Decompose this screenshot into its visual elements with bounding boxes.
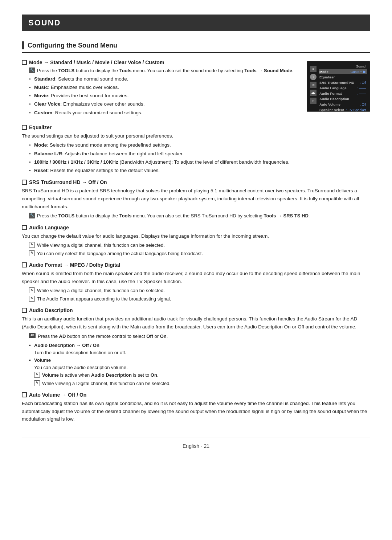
srs-subsection: SRS TruSurround HD → Off / On SRS TruSur… (22, 179, 370, 219)
audio-description-body: This is an auxiliary audio function that… (22, 315, 370, 331)
list-item: Audio Description → Off / On Turn the au… (29, 342, 370, 356)
menu-row-audio-desc: Audio Description (319, 96, 367, 101)
mode-title-text: Mode → Standard / Music / Movie / Clear … (29, 60, 164, 65)
audio-desc-off-on-text: Turn the audio description function on o… (34, 350, 126, 355)
tools-icon-srs: 🔧 (29, 213, 35, 218)
audio-language-subsection: Audio Language You can change the defaul… (22, 225, 370, 257)
menu-row-mode: ModeCustom ▶ (319, 69, 367, 74)
list-item: Standard: Selects the normal sound mode. (29, 75, 298, 83)
audio-description-sub-list: Audio Description → Off / On Turn the au… (22, 342, 370, 387)
menu-row-speaker: Speaker Select: TV Speaker (319, 107, 367, 112)
checkbox-icon-af (22, 262, 27, 267)
audio-description-title-text: Audio Description (29, 307, 73, 313)
audio-language-title: Audio Language (22, 225, 370, 230)
audio-format-note-text-1: While viewing a digital channel, this fu… (37, 287, 165, 294)
srs-body: SRS TruSurround HD is a patented SRS tec… (22, 187, 370, 210)
list-item: Movie: Provides the best sound for movie… (29, 92, 298, 99)
checkbox-icon-ad (22, 308, 27, 313)
auto-volume-subsection: Auto Volume → Off / On Each broadcasting… (22, 392, 370, 423)
audio-language-note-2: ✎ You can only select the language among… (22, 250, 370, 257)
equalizer-title-text: Equalizer (29, 124, 52, 130)
mode-title: Mode → Standard / Music / Movie / Clear … (22, 60, 298, 65)
memo-icon-4: ✎ (29, 296, 35, 302)
audio-description-ad-text: Press the AD button on the remote contro… (38, 333, 168, 340)
menu-icon-4: ◀▶ (310, 90, 317, 96)
memo-icon-5: ✎ (34, 372, 40, 378)
menu-row-audio-lang: Audio Language: —— (319, 85, 367, 90)
list-item: 100Hz / 300Hz / 1KHz / 3KHz / 10KHz (Ban… (29, 159, 370, 166)
audio-description-title: Audio Description (22, 307, 370, 313)
list-item: Clear Voice: Emphasizes voice over other… (29, 101, 298, 108)
memo-icon-3: ✎ (29, 287, 35, 293)
sound-menu-image: ≡ ♪ ⚙ ◀▶ □ Sound ModeCustom ▶ Equalizer … (307, 61, 370, 112)
audio-format-note-1: ✎ While viewing a digital channel, this … (22, 287, 370, 294)
srs-note-text: Press the TOOLS button to display the To… (37, 212, 310, 220)
menu-row-srs: SRS TruSurround HD: Off (319, 80, 367, 85)
checkbox-icon-srs (22, 180, 27, 185)
memo-icon-2: ✎ (29, 250, 35, 256)
section-heading: Configuring the Sound Menu (22, 41, 370, 53)
audio-language-note-1: ✎ While viewing a digital channel, this … (22, 242, 370, 249)
audio-format-title-text: Audio Format → MPEG / Dolby Digital (29, 262, 120, 268)
checkbox-icon-av (22, 392, 27, 397)
checkbox-icon-al (22, 225, 27, 230)
audio-desc-volume-body: You can adjust the audio description vol… (34, 365, 128, 370)
list-item: Volume You can adjust the audio descript… (29, 357, 370, 387)
audio-format-note-text-2: The Audio Format appears according to th… (37, 295, 171, 303)
volume-note-1: ✎ Volume is active when Audio Descriptio… (34, 372, 370, 379)
menu-icon-5: □ (310, 98, 317, 104)
memo-icon-6: ✎ (34, 380, 40, 386)
ad-icon: AD (29, 333, 36, 338)
auto-volume-title-text: Auto Volume → Off / On (29, 392, 86, 398)
equalizer-title: Equalizer (22, 124, 370, 130)
list-item: Mode: Selects the sound mode among the p… (29, 142, 370, 149)
menu-row-audio-format: Audio Format: —— (319, 91, 367, 96)
audio-format-subsection: Audio Format → MPEG / Dolby Digital When… (22, 262, 370, 302)
footer-text: English - 21 (183, 443, 209, 449)
auto-volume-title: Auto Volume → Off / On (22, 392, 370, 398)
memo-icon-1: ✎ (29, 242, 35, 248)
menu-icon-3: ⚙ (310, 82, 317, 88)
mode-section: Mode → Standard / Music / Movie / Clear … (22, 60, 370, 122)
page-title: SOUND (22, 15, 370, 31)
equalizer-subsection: Equalizer The sound settings can be adju… (22, 124, 370, 175)
srs-note-row: 🔧 Press the TOOLS button to display the … (22, 212, 370, 220)
audio-format-body: When sound is emitted from both the main… (22, 270, 370, 285)
list-item: Reset: Resets the equalizer settings to … (29, 167, 370, 174)
auto-volume-body: Each broadcasting station has its own si… (22, 400, 370, 423)
srs-title-text: SRS TruSurround HD → Off / On (29, 179, 107, 185)
section-heading-text: Configuring the Sound Menu (28, 42, 117, 49)
mode-note-text: Press the TOOLS button to display the To… (37, 67, 294, 74)
volume-note-text-1: Volume is active when Audio Description … (42, 372, 159, 379)
mode-note-row: 🔧 Press the TOOLS button to display the … (22, 67, 298, 74)
audio-language-title-text: Audio Language (29, 225, 69, 230)
mode-subsection: Mode → Standard / Music / Movie / Clear … (22, 60, 298, 116)
checkbox-icon (22, 60, 27, 65)
audio-description-ad-note: AD Press the AD button on the remote con… (22, 333, 370, 340)
menu-row-equalizer: Equalizer (319, 74, 367, 79)
audio-language-note-text-1: While viewing a digital channel, this fu… (37, 242, 165, 249)
equalizer-body: The sound settings can be adjusted to su… (22, 132, 370, 140)
list-item: Music: Emphasizes music over voices. (29, 84, 298, 91)
section-heading-bar (22, 41, 24, 49)
audio-language-body: You can change the default value for aud… (22, 232, 370, 240)
menu-icon-2: ♪ (310, 74, 317, 80)
tools-icon: 🔧 (29, 68, 35, 73)
page-footer: English - 21 (22, 438, 370, 449)
audio-description-subsection: Audio Description This is an auxiliary a… (22, 307, 370, 387)
srs-title: SRS TruSurround HD → Off / On (22, 179, 370, 185)
volume-note-text-2: While viewing a Digital channel, this fu… (42, 380, 171, 387)
list-item: Custom: Recalls your customized sound se… (29, 109, 298, 116)
list-item: Balance L/R: Adjusts the balance between… (29, 150, 370, 158)
mode-bullet-list: Standard: Selects the normal sound mode.… (22, 75, 298, 116)
volume-note-2: ✎ While viewing a Digital channel, this … (34, 380, 370, 387)
menu-icon-1: ≡ (310, 66, 317, 72)
equalizer-bullet-list: Mode: Selects the sound mode among the p… (22, 142, 370, 174)
audio-language-note-text-2: You can only select the language among t… (37, 250, 203, 257)
menu-row-auto-vol: Auto Volume: Off (319, 102, 367, 107)
audio-format-title: Audio Format → MPEG / Dolby Digital (22, 262, 370, 268)
checkbox-icon-eq (22, 125, 27, 130)
mode-content: Mode → Standard / Music / Movie / Clear … (22, 60, 298, 122)
audio-format-note-2: ✎ The Audio Format appears according to … (22, 295, 370, 303)
